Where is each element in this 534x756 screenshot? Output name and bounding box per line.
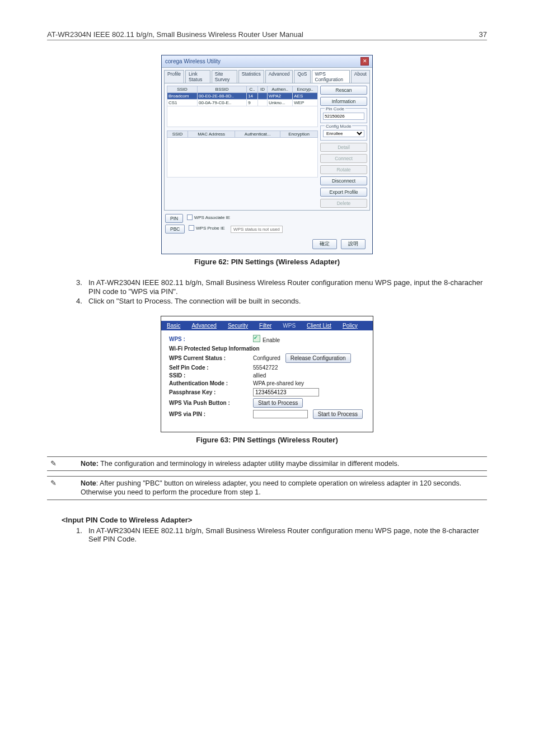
note-icon: ✎ xyxy=(47,477,77,500)
help-button[interactable]: 說明 xyxy=(341,239,366,249)
tab-about[interactable]: About xyxy=(351,70,370,83)
col-bssid: BSSID xyxy=(198,86,247,93)
push-button-label: WPS Via Push Button : xyxy=(169,400,253,406)
tab-basic[interactable]: Basic xyxy=(161,321,186,330)
rescan-button[interactable]: Rescan xyxy=(320,86,367,95)
tab-advanced2[interactable]: Advanced xyxy=(186,321,222,330)
window-title: corega Wireless Utility xyxy=(165,58,221,64)
rotate-button: Rotate xyxy=(320,165,367,174)
probe-checkbox[interactable] xyxy=(189,225,194,231)
auth-mode-value: WPA pre-shared key xyxy=(253,380,304,386)
pbc-button[interactable]: PBC xyxy=(165,225,185,234)
page-number: 37 xyxy=(479,30,487,39)
figure-62-caption: Figure 62: PIN Settings (Wireless Adapte… xyxy=(47,258,487,266)
col-encryp: Encryp.. xyxy=(293,86,318,93)
via-pin-label: WPS via PIN : xyxy=(169,411,253,417)
pin-button[interactable]: PIN xyxy=(165,214,183,223)
tab-client-list[interactable]: Client List xyxy=(301,321,337,330)
tab-qos[interactable]: QoS xyxy=(294,70,310,83)
section-heading: <Input PIN Code to Wireless Adapter> xyxy=(62,516,487,524)
information-button[interactable]: Information xyxy=(320,97,367,106)
col-enc2: Encryption xyxy=(280,131,318,138)
tab-profile[interactable]: Profile xyxy=(164,70,184,83)
tab-link-status[interactable]: Link Status xyxy=(185,70,210,83)
col-ssid2: SSID xyxy=(167,131,188,138)
table-row[interactable]: Broadcom 00-E0-2E-88-8D.. 14 WPA2 AES xyxy=(167,93,318,100)
assoc-checkbox[interactable] xyxy=(187,214,193,220)
release-config-button[interactable]: Release Configuration xyxy=(285,353,351,363)
passphrase-input[interactable] xyxy=(253,388,319,396)
list-item: 1.In AT-WR2304N IEEE 802.11 b/g/n, Small… xyxy=(76,526,487,544)
start-process-push-button[interactable]: Start to Process xyxy=(253,398,303,408)
figure-63-panel: Basic Advanced Security Filter WPS Clien… xyxy=(161,316,373,432)
via-pin-input[interactable] xyxy=(253,410,308,418)
wps-label: WPS : xyxy=(169,336,253,342)
tab-statistics[interactable]: Statistics xyxy=(238,70,264,83)
networks-table: SSID BSSID C.. ID Authen.. Encryp.. Broa… xyxy=(167,86,318,127)
pin-code-label: Pin Code xyxy=(325,106,345,111)
col-authen: Authen.. xyxy=(267,86,292,93)
ssid-label: SSID : xyxy=(169,372,253,379)
enable-label: Enable xyxy=(263,337,280,343)
tab-security[interactable]: Security xyxy=(222,321,254,330)
probe-label: WPS Probe IE xyxy=(196,226,225,231)
connect-button: Connect xyxy=(320,154,367,163)
export-profile-button[interactable]: Export Profile xyxy=(320,188,367,197)
assoc-label: WPS Associate IE xyxy=(194,215,230,220)
col-auth2: Authenticat... xyxy=(235,131,280,138)
figure-63-caption: Figure 63: PIN Settings (Wireless Router… xyxy=(47,436,487,444)
list-item: 4.Click on "Start to Process. The connec… xyxy=(76,297,487,306)
current-status-value: Configured xyxy=(253,355,280,361)
detail-button: Detail xyxy=(320,143,367,152)
start-process-pin-button[interactable]: Start to Process xyxy=(313,409,363,419)
ok-button[interactable]: 確定 xyxy=(312,239,337,249)
note-icon: ✎ xyxy=(47,456,77,470)
config-mode-label: Config Mode xyxy=(325,124,352,129)
self-pin-label: Self Pin Code : xyxy=(169,365,253,371)
note-text: Note: The configuration and terminology … xyxy=(77,456,487,470)
tab-wps[interactable]: WPS xyxy=(277,321,301,330)
col-ssid: SSID xyxy=(167,86,198,93)
disconnect-button[interactable]: Disconnect xyxy=(320,176,367,185)
tab-wps-config[interactable]: WPS Configuration xyxy=(312,70,350,83)
tab-site-survey[interactable]: Site Survey xyxy=(212,70,237,83)
doc-title-text: AT-WR2304N IEEE 802.11 b/g/n, Small Busi… xyxy=(47,30,303,39)
config-mode-select[interactable]: Enrollee xyxy=(323,130,364,137)
auth-mode-label: Authentication Mode : xyxy=(169,380,253,386)
delete-button: Delete xyxy=(320,199,367,208)
figure-62-window: corega Wireless Utility ✕ Profile Link S… xyxy=(161,55,373,254)
current-status-label: WPS Current Status : xyxy=(169,355,253,361)
wps-enable-checkbox[interactable] xyxy=(253,335,260,342)
col-mac: MAC Address xyxy=(188,131,235,138)
col-c: C.. xyxy=(247,86,258,93)
profiles-table: SSID MAC Address Authenticat... Encrypti… xyxy=(167,130,318,178)
table-row[interactable]: CS1 00-0A-79-C0-E.. 9 Unkno... WEP xyxy=(167,100,318,106)
ssid-value: allied xyxy=(253,372,266,379)
tab-policy[interactable]: Policy xyxy=(337,321,363,330)
info-heading: Wi-Fi Protected Setup Information xyxy=(169,346,365,352)
col-id: ID xyxy=(257,86,267,93)
self-pin-value: 55542722 xyxy=(253,365,278,371)
close-icon[interactable]: ✕ xyxy=(360,57,369,66)
list-item: 3.In AT-WR2304N IEEE 802.11 b/g/n, Small… xyxy=(76,278,487,296)
tab-filter[interactable]: Filter xyxy=(254,321,277,330)
passphrase-label: Passphrase Key : xyxy=(169,389,253,395)
note-text: Note: After pushing "PBC" button on wire… xyxy=(77,477,487,500)
wps-status-text: WPS status is not used xyxy=(231,226,283,233)
pin-code-input[interactable] xyxy=(323,113,364,120)
tab-advanced[interactable]: Advanced xyxy=(265,70,293,83)
